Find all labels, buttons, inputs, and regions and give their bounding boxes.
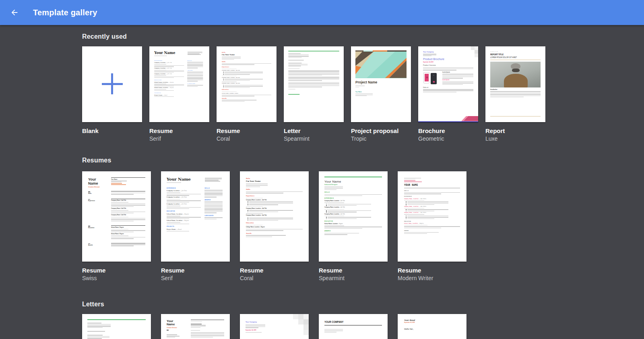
doc-heading: Lorem Ipsum [442,72,473,73]
text-line-placeholder [246,324,265,325]
text-line-placeholder [111,232,134,233]
doc-title: Project Name [355,81,407,85]
text-block [442,74,473,79]
text-line-placeholder [111,205,145,206]
text-line-placeholder [249,203,293,204]
text-line-placeholder [407,218,434,219]
template-card-resume-coral[interactable]: Hello I'm Your Name Skills Experience Co… [217,46,277,142]
template-card-blank[interactable]: Blank [82,46,142,142]
text-block [111,212,145,214]
template-card-letter-swiss[interactable]: YourName Creative Director [161,314,230,339]
text-line-placeholder [167,337,175,337]
doc-heading: EXPERIENCE [324,198,382,199]
text-block [246,235,303,237]
text-block [167,182,191,183]
doc-date: September 04, 20XX [404,322,460,323]
template-card-resume-modern-writer[interactable]: YOUR NAME SKILLS EXPERIENCE Company Name… [398,171,466,282]
text-block [222,63,271,65]
doc-resume-serif: Your Name EXPERIENCE Company, L [161,171,230,262]
contact-block [205,177,224,184]
template-name: Resume [240,267,309,274]
text-line-placeholder [167,217,201,218]
text-line-placeholder [249,210,293,211]
text-line-placeholder [187,67,203,67]
text-line-placeholder [154,77,174,78]
text-line-placeholder [490,96,541,96]
template-card-letter-modern-writer[interactable]: Your Band September 04, 20XX Hello fan, [398,314,466,339]
back-button[interactable] [6,4,23,21]
doc-name: YourName [88,177,107,185]
template-style: Coral [217,135,277,142]
text-line-placeholder [222,95,271,95]
text-line-placeholder [288,66,301,66]
template-style: Spearmint [319,275,388,282]
doc-brochure: Your Company Product Brochure September … [418,46,478,122]
doc-name: Your Name [324,180,382,183]
text-line-placeholder [111,182,122,182]
text-line-placeholder [222,58,241,59]
text-line-placeholder [490,97,524,98]
template-card-resume-swiss[interactable]: YourName Creative Director Your Name [82,171,151,282]
template-style: Luxe [485,135,545,142]
doc-heading: EDUCATION [167,211,201,212]
text-line-placeholder [222,59,234,60]
text-line-placeholder [249,218,293,219]
doc-heading: Skills [222,61,271,62]
text-line-placeholder [288,71,339,71]
doc-label: CLIENT NAME [490,52,541,53]
template-card-letter-spearmint[interactable]: Letter Spearmint [284,46,344,142]
text-line-placeholder [187,68,198,68]
text-line-placeholder [423,70,456,71]
text-block [222,79,271,81]
text-line-placeholder [490,93,541,94]
text-line-placeholder [87,337,109,338]
text-line-placeholder [246,235,286,236]
doc-heading: EDUCATION [404,221,460,222]
template-card-resume-coral[interactable]: Hello I'm Your Name Skills Experience Co… [240,171,309,282]
doc-date: September 04, 20XX [246,330,303,331]
text-line-placeholder [246,191,303,192]
text-block [490,91,541,97]
template-card-report-luxe[interactable]: CLIENT NAME REPORT TITLE LOREM IPSUM DOL… [485,46,545,142]
text-line-placeholder [187,86,198,87]
text-line-placeholder [188,53,202,53]
text-line-placeholder [288,78,339,78]
text-block [324,227,382,229]
text-block [204,202,224,213]
text-line-placeholder [204,194,223,195]
text-block [222,95,271,96]
text-line-placeholder [222,57,241,58]
accent-line [288,51,339,51]
doc-heading: Education [222,89,271,91]
doc-letter-luxe: YOUR COMPANY [319,314,388,339]
doc-resume-coral: Hello I'm Your Name Skills Experience Co… [217,46,277,122]
template-card-letter-geometric[interactable]: Your Company September 04, 20XX [240,314,309,339]
template-card-letter-spearmint[interactable] [82,314,151,339]
doc-title: REPORT TITLE [490,54,535,56]
template-name: Resume [217,127,277,134]
text-line-placeholder [355,95,373,95]
text-line-placeholder [191,337,213,338]
text-line-placeholder [222,56,241,57]
text-line-placeholder [490,94,541,95]
text-block [423,67,473,71]
text-line-placeholder [187,65,203,66]
template-card-resume-serif[interactable]: Your Name EXPERIENCE [149,46,209,142]
template-card-brochure-geometric[interactable]: Your Company Product Brochure September … [418,46,478,142]
text-line-placeholder [328,205,357,206]
text-block [404,216,460,219]
text-block [204,190,224,197]
template-card-resume-spearmint[interactable]: Your Name Industrial Designer SKILLS EXP… [319,171,388,282]
text-block [111,204,145,207]
doc-resume-serif: Your Name EXPERIENCE [149,46,209,122]
doc-resume-swiss: YourName Creative Director Your Name [82,171,151,262]
text-line-placeholder [204,207,223,208]
text-line-placeholder [204,195,223,196]
text-line-placeholder [167,231,189,232]
template-card-resume-serif[interactable]: Your Name EXPERIENCE Company, L [161,171,230,282]
text-line-placeholder [111,238,134,239]
template-card-project-proposal-tropic[interactable]: Project Name Your Name Project proposal … [351,46,411,142]
doc-heading: LANGUAGES [187,83,204,84]
template-card-letter-luxe[interactable]: YOUR COMPANY [319,314,388,339]
text-line-placeholder [249,217,293,218]
